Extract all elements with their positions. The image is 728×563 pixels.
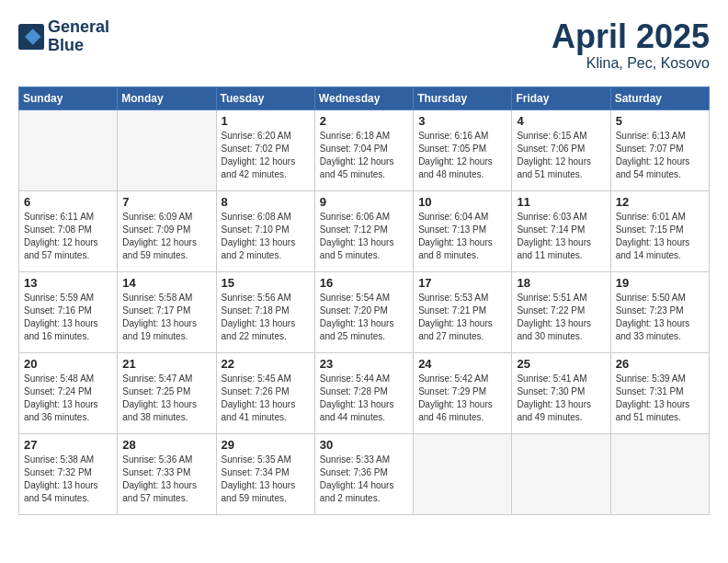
day-number: 8 (222, 195, 310, 209)
cell-info: Sunrise: 6:03 AM Sunset: 7:14 PM Dayligh… (517, 211, 605, 262)
day-number: 11 (517, 195, 605, 209)
calendar-cell: 11Sunrise: 6:03 AM Sunset: 7:14 PM Dayli… (512, 190, 610, 271)
calendar-cell: 13Sunrise: 5:59 AM Sunset: 7:16 PM Dayli… (19, 271, 118, 352)
day-number: 24 (418, 357, 506, 371)
calendar-cell: 18Sunrise: 5:51 AM Sunset: 7:22 PM Dayli… (512, 271, 610, 352)
day-number: 4 (517, 114, 605, 128)
cell-info: Sunrise: 5:36 AM Sunset: 7:33 PM Dayligh… (122, 454, 210, 505)
calendar-week-row: 20Sunrise: 5:48 AM Sunset: 7:24 PM Dayli… (19, 352, 710, 433)
calendar-cell: 12Sunrise: 6:01 AM Sunset: 7:15 PM Dayli… (610, 190, 709, 271)
cell-info: Sunrise: 6:01 AM Sunset: 7:15 PM Dayligh… (616, 211, 704, 262)
calendar-cell: 8Sunrise: 6:08 AM Sunset: 7:10 PM Daylig… (216, 190, 314, 271)
calendar-cell: 6Sunrise: 6:11 AM Sunset: 7:08 PM Daylig… (19, 190, 118, 271)
cell-info: Sunrise: 5:38 AM Sunset: 7:32 PM Dayligh… (24, 454, 112, 505)
cell-info: Sunrise: 5:48 AM Sunset: 7:24 PM Dayligh… (24, 373, 112, 424)
cell-info: Sunrise: 5:53 AM Sunset: 7:21 PM Dayligh… (418, 292, 506, 343)
calendar-cell: 28Sunrise: 5:36 AM Sunset: 7:33 PM Dayli… (118, 433, 216, 514)
calendar-week-row: 1Sunrise: 6:20 AM Sunset: 7:02 PM Daylig… (19, 109, 710, 190)
cell-info: Sunrise: 5:50 AM Sunset: 7:23 PM Dayligh… (616, 292, 704, 343)
day-number: 15 (222, 276, 310, 290)
day-number: 27 (24, 438, 112, 452)
cell-info: Sunrise: 6:16 AM Sunset: 7:05 PM Dayligh… (418, 130, 506, 181)
calendar-cell: 3Sunrise: 6:16 AM Sunset: 7:05 PM Daylig… (414, 109, 512, 190)
calendar-cell (19, 109, 118, 190)
day-number: 16 (320, 276, 408, 290)
day-number: 21 (122, 357, 210, 371)
logo: General Blue (18, 18, 109, 55)
day-number: 6 (24, 195, 112, 209)
day-header-saturday: Saturday (610, 86, 709, 109)
day-number: 20 (24, 357, 112, 371)
cell-info: Sunrise: 5:42 AM Sunset: 7:29 PM Dayligh… (418, 373, 506, 424)
calendar-cell (414, 433, 512, 514)
calendar-cell: 15Sunrise: 5:56 AM Sunset: 7:18 PM Dayli… (216, 271, 314, 352)
day-number: 23 (320, 357, 408, 371)
calendar-cell: 21Sunrise: 5:47 AM Sunset: 7:25 PM Dayli… (118, 352, 216, 433)
calendar-cell: 26Sunrise: 5:39 AM Sunset: 7:31 PM Dayli… (610, 352, 709, 433)
calendar-cell: 19Sunrise: 5:50 AM Sunset: 7:23 PM Dayli… (610, 271, 709, 352)
day-number: 5 (616, 114, 704, 128)
calendar-cell: 14Sunrise: 5:58 AM Sunset: 7:17 PM Dayli… (118, 271, 216, 352)
calendar-cell: 30Sunrise: 5:33 AM Sunset: 7:36 PM Dayli… (314, 433, 413, 514)
calendar-cell: 4Sunrise: 6:15 AM Sunset: 7:06 PM Daylig… (512, 109, 610, 190)
cell-info: Sunrise: 6:08 AM Sunset: 7:10 PM Dayligh… (222, 211, 310, 262)
calendar-cell: 1Sunrise: 6:20 AM Sunset: 7:02 PM Daylig… (216, 109, 314, 190)
logo-icon (18, 24, 44, 50)
calendar-cell: 22Sunrise: 5:45 AM Sunset: 7:26 PM Dayli… (216, 352, 314, 433)
calendar-cell: 20Sunrise: 5:48 AM Sunset: 7:24 PM Dayli… (19, 352, 118, 433)
calendar-cell: 2Sunrise: 6:18 AM Sunset: 7:04 PM Daylig… (314, 109, 413, 190)
calendar-cell: 25Sunrise: 5:41 AM Sunset: 7:30 PM Dayli… (512, 352, 610, 433)
cell-info: Sunrise: 5:35 AM Sunset: 7:34 PM Dayligh… (222, 454, 310, 505)
calendar-cell: 29Sunrise: 5:35 AM Sunset: 7:34 PM Dayli… (216, 433, 314, 514)
cell-info: Sunrise: 5:41 AM Sunset: 7:30 PM Dayligh… (517, 373, 605, 424)
cell-info: Sunrise: 6:15 AM Sunset: 7:06 PM Dayligh… (517, 130, 605, 181)
day-number: 19 (616, 276, 704, 290)
cell-info: Sunrise: 5:59 AM Sunset: 7:16 PM Dayligh… (24, 292, 112, 343)
day-number: 7 (122, 195, 210, 209)
day-number: 10 (418, 195, 506, 209)
calendar-cell: 24Sunrise: 5:42 AM Sunset: 7:29 PM Dayli… (414, 352, 512, 433)
day-header-friday: Friday (512, 86, 610, 109)
day-header-sunday: Sunday (19, 86, 118, 109)
day-number: 26 (616, 357, 704, 371)
calendar-week-row: 6Sunrise: 6:11 AM Sunset: 7:08 PM Daylig… (19, 190, 710, 271)
calendar-cell: 17Sunrise: 5:53 AM Sunset: 7:21 PM Dayli… (414, 271, 512, 352)
calendar-cell: 16Sunrise: 5:54 AM Sunset: 7:20 PM Dayli… (314, 271, 413, 352)
day-number: 12 (616, 195, 704, 209)
day-header-thursday: Thursday (414, 86, 512, 109)
calendar-week-row: 13Sunrise: 5:59 AM Sunset: 7:16 PM Dayli… (19, 271, 710, 352)
cell-info: Sunrise: 5:47 AM Sunset: 7:25 PM Dayligh… (122, 373, 210, 424)
logo-text: General Blue (48, 18, 109, 55)
day-number: 18 (517, 276, 605, 290)
calendar-cell: 27Sunrise: 5:38 AM Sunset: 7:32 PM Dayli… (19, 433, 118, 514)
cell-info: Sunrise: 5:51 AM Sunset: 7:22 PM Dayligh… (517, 292, 605, 343)
title-block: April 2025 Klina, Pec, Kosovo (552, 18, 710, 72)
calendar-cell: 9Sunrise: 6:06 AM Sunset: 7:12 PM Daylig… (314, 190, 413, 271)
cell-info: Sunrise: 6:11 AM Sunset: 7:08 PM Dayligh… (24, 211, 112, 262)
calendar-cell (512, 433, 610, 514)
cell-info: Sunrise: 6:20 AM Sunset: 7:02 PM Dayligh… (222, 130, 310, 181)
cell-info: Sunrise: 5:39 AM Sunset: 7:31 PM Dayligh… (616, 373, 704, 424)
day-number: 1 (222, 114, 310, 128)
cell-info: Sunrise: 6:18 AM Sunset: 7:04 PM Dayligh… (320, 130, 408, 181)
cell-info: Sunrise: 5:44 AM Sunset: 7:28 PM Dayligh… (320, 373, 408, 424)
calendar-cell (118, 109, 216, 190)
day-number: 22 (222, 357, 310, 371)
day-number: 29 (222, 438, 310, 452)
calendar-cell: 7Sunrise: 6:09 AM Sunset: 7:09 PM Daylig… (118, 190, 216, 271)
calendar-table: SundayMondayTuesdayWednesdayThursdayFrid… (18, 86, 710, 515)
cell-info: Sunrise: 5:33 AM Sunset: 7:36 PM Dayligh… (320, 454, 408, 505)
cell-info: Sunrise: 6:06 AM Sunset: 7:12 PM Dayligh… (320, 211, 408, 262)
cell-info: Sunrise: 6:09 AM Sunset: 7:09 PM Dayligh… (122, 211, 210, 262)
cell-info: Sunrise: 5:45 AM Sunset: 7:26 PM Dayligh… (222, 373, 310, 424)
day-header-monday: Monday (118, 86, 216, 109)
cell-info: Sunrise: 5:54 AM Sunset: 7:20 PM Dayligh… (320, 292, 408, 343)
page-header: General Blue April 2025 Klina, Pec, Koso… (18, 18, 710, 72)
day-header-tuesday: Tuesday (216, 86, 314, 109)
day-number: 14 (122, 276, 210, 290)
day-number: 3 (418, 114, 506, 128)
day-number: 25 (517, 357, 605, 371)
cell-info: Sunrise: 5:58 AM Sunset: 7:17 PM Dayligh… (122, 292, 210, 343)
calendar-cell: 5Sunrise: 6:13 AM Sunset: 7:07 PM Daylig… (610, 109, 709, 190)
calendar-cell: 10Sunrise: 6:04 AM Sunset: 7:13 PM Dayli… (414, 190, 512, 271)
